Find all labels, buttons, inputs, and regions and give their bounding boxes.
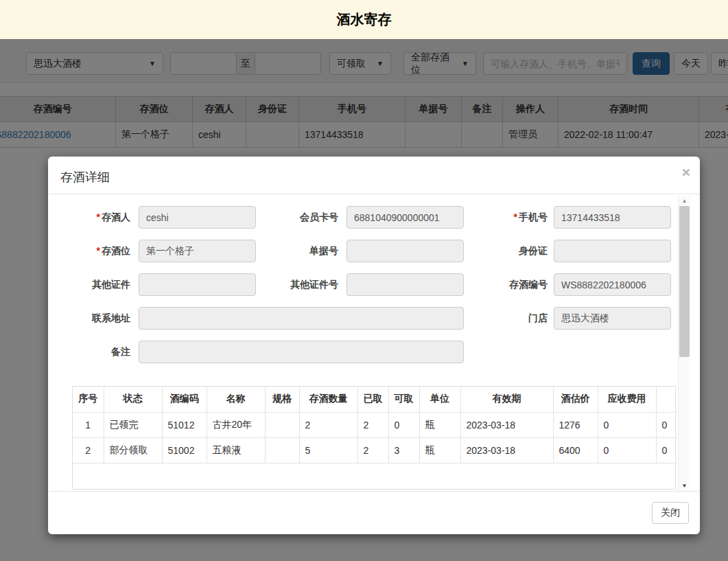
cell: 部分领取 [104, 437, 162, 463]
required-asterisk: * [97, 211, 100, 222]
column-header: 酒估价 [553, 387, 598, 412]
deposit-no-field[interactable] [554, 273, 671, 296]
other-cert-field[interactable] [139, 273, 256, 296]
table-row: 2 部分领取 51002 五粮液 5 2 3 瓶 2023-03-18 6400… [73, 437, 676, 463]
field-label-deposit-no: 存酒编号 [460, 273, 548, 296]
column-header: 存酒数量 [299, 387, 357, 412]
cell: 已领完 [104, 412, 162, 437]
page-header: 酒水寄存 [0, 0, 728, 39]
cell: 51012 [162, 412, 207, 437]
depositor-field[interactable] [139, 206, 256, 229]
cell: 0 [656, 412, 676, 437]
column-header: 有效期 [460, 387, 553, 412]
modal-footer: 关闭 [48, 491, 700, 534]
other-cert-no-field[interactable] [347, 273, 464, 296]
cell: 51002 [162, 437, 207, 463]
cell: 2 [357, 437, 388, 463]
cell [265, 437, 299, 463]
required-asterisk: * [514, 211, 517, 222]
cell: 2023-03-18 [460, 437, 553, 463]
field-label-other-cert-no: 其他证件号 [254, 273, 338, 296]
field-label-phone: *手机号 [460, 206, 548, 229]
modal-scrollbar[interactable]: ▲ ▼ [678, 196, 690, 491]
field-label-other-cert: 其他证件 [62, 273, 130, 296]
cell: 0 [598, 437, 656, 463]
scroll-down-icon[interactable]: ▼ [679, 481, 690, 491]
cell: 2023-03-18 [460, 412, 553, 437]
field-label-bill-no: 单据号 [254, 240, 338, 262]
column-header [656, 387, 676, 412]
scroll-up-icon[interactable]: ▲ [679, 196, 690, 206]
close-button[interactable]: 关闭 [652, 502, 689, 524]
field-label-remark: 备注 [62, 341, 130, 363]
store-field[interactable] [554, 307, 671, 330]
cell: 古井20年 [207, 412, 265, 437]
remark-field[interactable] [139, 341, 464, 363]
cell: 2 [357, 412, 388, 437]
member-card-field[interactable] [347, 206, 464, 229]
field-label-address: 联系地址 [62, 307, 130, 330]
field-label-depositor: *存酒人 [62, 206, 130, 229]
cell: 1 [73, 412, 104, 437]
column-header: 序号 [73, 387, 104, 412]
phone-field[interactable] [554, 206, 671, 229]
cell: 1276 [553, 412, 598, 437]
column-header: 应收费用 [598, 387, 656, 412]
modal-title: 存酒详细 [60, 169, 110, 185]
bill-no-field[interactable] [347, 240, 464, 262]
cell: 6400 [553, 437, 598, 463]
scrollbar-thumb[interactable] [679, 206, 690, 357]
column-header: 酒编码 [162, 387, 207, 412]
required-asterisk: * [97, 245, 100, 256]
field-label-member-card: 会员卡号 [254, 206, 338, 229]
column-header: 单位 [419, 387, 460, 412]
column-header: 可取 [388, 387, 419, 412]
column-header: 规格 [265, 387, 299, 412]
cell: 2 [299, 412, 357, 437]
cell: 瓶 [419, 437, 460, 463]
wine-items-table-container: 序号 状态 酒编码 名称 规格 存酒数量 已取 可取 单位 有效期 酒估价 应收… [72, 386, 676, 490]
cell: 3 [388, 437, 419, 463]
deposit-detail-modal: 存酒详细 × *存酒人 会员卡号 *手机号 *存酒位 单据号 身份证 其他证件 … [48, 157, 700, 534]
address-field[interactable] [139, 307, 464, 330]
cell: 5 [299, 437, 357, 463]
column-header: 名称 [207, 387, 265, 412]
cell: 0 [598, 412, 656, 437]
close-icon[interactable]: × [682, 165, 690, 179]
id-card-field[interactable] [554, 240, 671, 262]
field-label-id-card: 身份证 [460, 240, 548, 262]
modal-header: 存酒详细 × [48, 157, 700, 194]
wine-items-header-row: 序号 状态 酒编码 名称 规格 存酒数量 已取 可取 单位 有效期 酒估价 应收… [73, 387, 676, 412]
cell: 0 [656, 437, 676, 463]
field-label-store: 门店 [460, 307, 548, 330]
field-label-position: *存酒位 [62, 240, 130, 262]
cell: 瓶 [419, 412, 460, 437]
table-row: 1 已领完 51012 古井20年 2 2 0 瓶 2023-03-18 127… [73, 412, 676, 437]
page-title: 酒水寄存 [337, 10, 392, 29]
column-header: 已取 [357, 387, 388, 412]
position-field[interactable] [139, 240, 256, 262]
wine-items-table: 序号 状态 酒编码 名称 规格 存酒数量 已取 可取 单位 有效期 酒估价 应收… [73, 387, 676, 463]
cell: 五粮液 [207, 437, 265, 463]
column-header: 状态 [104, 387, 162, 412]
cell [265, 412, 299, 437]
cell: 2 [73, 437, 104, 463]
cell: 0 [388, 412, 419, 437]
